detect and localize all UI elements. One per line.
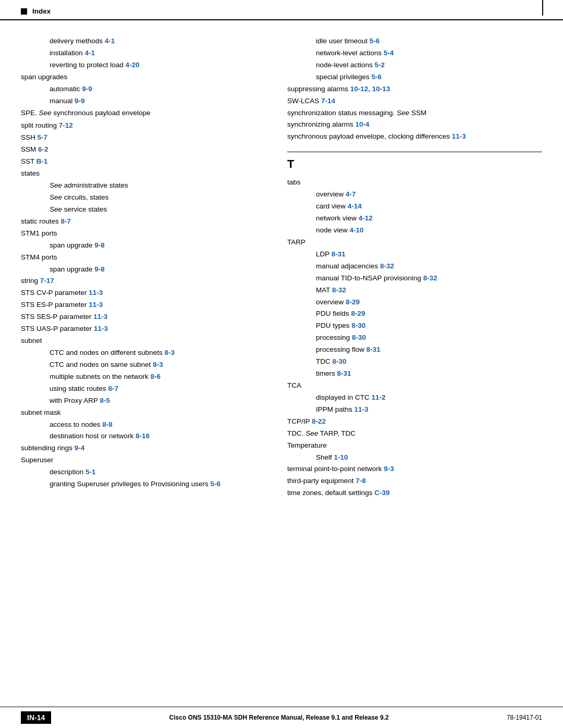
list-item: span upgrades xyxy=(21,72,261,83)
list-item: automatic 9-9 xyxy=(50,84,261,95)
list-item: using static routes 8-7 xyxy=(50,384,261,394)
list-item: network view 4-12 xyxy=(316,213,542,224)
list-item: installation 4-1 xyxy=(50,48,261,59)
list-item: third-party equipment 7-8 xyxy=(287,476,542,487)
footer-center-text: Cisco ONS 15310-MA SDH Reference Manual,… xyxy=(51,714,507,721)
list-item: special privileges 5-6 xyxy=(316,72,542,83)
footer: IN-14 Cisco ONS 15310-MA SDH Reference M… xyxy=(0,707,563,728)
list-item: subnet mask xyxy=(21,408,261,418)
list-item: subnet xyxy=(21,336,261,347)
list-item: CTC and nodes on same subnet 8-3 xyxy=(50,360,261,371)
list-item: SSH 5-7 xyxy=(21,132,261,143)
list-item: span upgrade 9-8 xyxy=(50,264,261,275)
list-item: manual TID-to-NSAP provisioning 8-32 xyxy=(316,273,542,284)
list-item: manual adjacencies 8-32 xyxy=(316,261,542,272)
list-item: description 5-1 xyxy=(50,467,261,478)
list-item: STS CV-P parameter 11-3 xyxy=(21,288,261,299)
list-item: synchronizing alarms 10-4 xyxy=(287,119,542,130)
list-item: displayed in CTC 11-2 xyxy=(316,392,542,403)
list-item: CTC and nodes on different subnets 8-3 xyxy=(50,348,261,359)
header: Index xyxy=(0,0,563,20)
list-item: See service states xyxy=(50,204,261,215)
main-content: delivery methods 4-1 installation 4-1 re… xyxy=(0,20,563,603)
list-item: synchronous payload envelope, clocking d… xyxy=(287,131,542,142)
list-item: SSM 6-2 xyxy=(21,144,261,155)
list-item: Temperature xyxy=(287,440,542,451)
list-item: TARP xyxy=(287,237,542,248)
list-item: multiple subnets on the network 8-6 xyxy=(50,372,261,382)
list-item: MAT 8-32 xyxy=(316,285,542,296)
list-item: idle user timeout 5-6 xyxy=(316,36,542,47)
list-item: Shelf 1-10 xyxy=(316,452,542,463)
list-item: terminal point-to-point network 9-3 xyxy=(287,464,542,475)
page-container: Index delivery methods 4-1 installation … xyxy=(0,0,563,728)
list-item: timers 8-31 xyxy=(316,368,542,379)
header-right-border xyxy=(542,0,543,16)
footer-right-text: 78-19417-01 xyxy=(507,714,542,721)
list-item: SST B-1 xyxy=(21,156,261,167)
list-item: tabs xyxy=(287,177,542,188)
list-item: IPPM paths 11-3 xyxy=(316,404,542,415)
section-divider xyxy=(287,152,542,152)
list-item: node-level actions 5-2 xyxy=(316,60,542,71)
list-item: granting Superuser privileges to Provisi… xyxy=(50,479,258,489)
list-item: STS UAS-P parameter 11-3 xyxy=(21,324,261,335)
list-item: See administrative states xyxy=(50,180,261,191)
list-item: network-level actions 5-4 xyxy=(316,48,542,59)
list-item: node view 4-10 xyxy=(316,225,542,236)
left-column: delivery methods 4-1 installation 4-1 re… xyxy=(21,36,276,603)
list-item: access to nodes 8-8 xyxy=(50,419,261,430)
list-item: suppressing alarms 10-12, 10-13 xyxy=(287,84,542,95)
list-item: STM1 ports xyxy=(21,228,261,239)
list-item: overview 8-29 xyxy=(316,297,542,308)
list-item: span upgrade 9-8 xyxy=(50,240,261,251)
list-item: LDP 8-31 xyxy=(316,249,542,260)
list-item: delivery methods 4-1 xyxy=(50,36,261,47)
list-item: STM4 ports xyxy=(21,252,261,263)
list-item: overview 4-7 xyxy=(316,189,542,200)
list-item: time zones, default settings C-39 xyxy=(287,488,542,499)
list-item: reverting to protect load 4-20 xyxy=(50,60,261,71)
section-letter-t: T xyxy=(287,157,542,171)
list-item: static routes 8-7 xyxy=(21,216,261,227)
list-item: TCA xyxy=(287,380,542,391)
list-item: STS SES-P parameter 11-3 xyxy=(21,312,261,323)
list-item: processing 8-30 xyxy=(316,332,542,343)
list-item: states xyxy=(21,168,261,179)
footer-left: IN-14 xyxy=(21,711,51,724)
list-item: SPE. See synchronous payload envelope xyxy=(21,108,261,119)
header-square-icon xyxy=(21,8,27,15)
right-column: idle user timeout 5-6 network-level acti… xyxy=(276,36,542,603)
list-item: Superuser xyxy=(21,455,261,466)
list-item: TDC 8-30 xyxy=(316,356,542,367)
list-item: card view 4-14 xyxy=(316,201,542,212)
list-item: TDC. See TARP, TDC xyxy=(287,428,542,439)
list-item: processing flow 8-31 xyxy=(316,344,542,355)
list-item: manual 9-9 xyxy=(50,96,261,107)
list-item: split routing 7-12 xyxy=(21,120,261,131)
page-badge: IN-14 xyxy=(21,711,51,724)
list-item: destination host or network 8-16 xyxy=(50,431,261,442)
list-item: string 7-17 xyxy=(21,276,261,287)
list-item: PDU fields 8-29 xyxy=(316,309,542,319)
list-item: PDU types 8-30 xyxy=(316,320,542,331)
list-item: subtending rings 9-4 xyxy=(21,443,261,454)
list-item: STS ES-P parameter 11-3 xyxy=(21,300,261,311)
list-item: synchronization status messaging. See SS… xyxy=(287,108,542,119)
list-item: See circuits, states xyxy=(50,192,261,203)
header-title: Index xyxy=(32,7,51,15)
list-item: with Proxy ARP 8-5 xyxy=(50,396,261,406)
list-item: SW-LCAS 7-14 xyxy=(287,96,542,107)
list-item: TCP/IP 8-22 xyxy=(287,416,542,427)
